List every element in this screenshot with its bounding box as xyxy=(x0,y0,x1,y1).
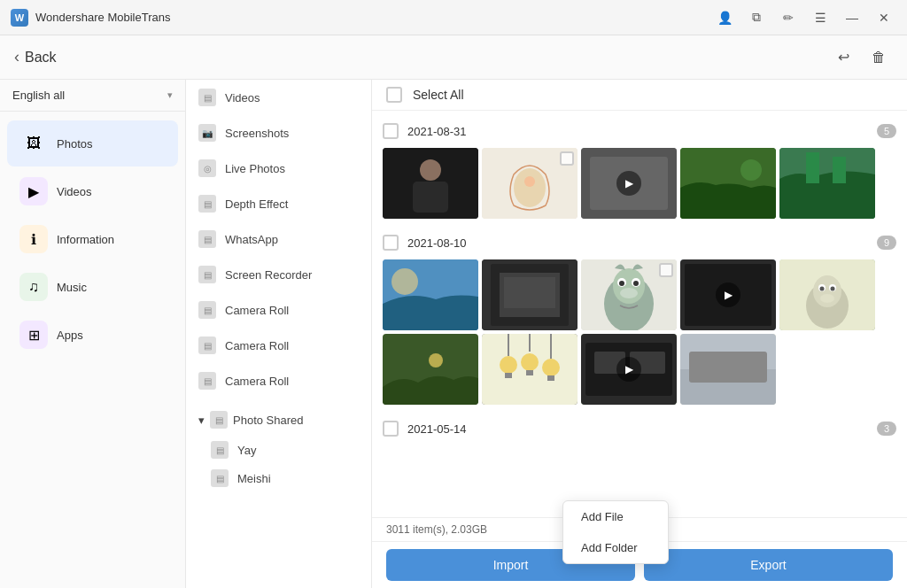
camera-roll-1-thumb-icon: ▤ xyxy=(198,301,216,319)
photo-shared-header[interactable]: ▾ ▤ Photo Shared xyxy=(186,404,371,436)
photo-thumb[interactable] xyxy=(482,148,578,219)
svg-point-5 xyxy=(524,176,535,187)
yay-label: Yay xyxy=(237,444,256,457)
photo-p11-img xyxy=(383,334,478,405)
status-text: 3011 item(s), 2.03GB xyxy=(386,523,487,536)
photo-thumb[interactable] xyxy=(482,334,578,405)
photo-thumb[interactable]: ▶ xyxy=(680,259,776,330)
photo-p6-img xyxy=(383,259,478,330)
back-button[interactable]: ‹ Back xyxy=(14,48,57,66)
photo-grid-2: ▶ xyxy=(383,259,896,405)
delete-button[interactable]: 🗑 xyxy=(864,43,893,72)
app-title: Wondershare MobileTrans xyxy=(35,11,712,24)
whatsapp-thumb-icon: ▤ xyxy=(198,230,216,248)
context-menu-add-file[interactable]: Add File xyxy=(563,501,668,532)
middle-depth-effect-label: Depth Effect xyxy=(225,197,288,211)
photo-thumb[interactable] xyxy=(383,259,478,330)
photo-thumb[interactable] xyxy=(680,148,776,219)
photo-thumb[interactable] xyxy=(581,259,677,330)
date-header-3: 2021-05-14 3 xyxy=(383,415,896,442)
photo-thumb[interactable] xyxy=(779,259,875,330)
sidebar-item-apps[interactable]: ⊞ Apps xyxy=(7,312,178,358)
photo-p1-img xyxy=(383,148,478,219)
select-all-label: Select All xyxy=(413,88,464,102)
date-checkbox-3[interactable] xyxy=(383,421,399,437)
date-checkbox-2[interactable] xyxy=(383,235,399,251)
photo-shared-thumb-icon: ▤ xyxy=(210,411,228,429)
play-icon-3: ▶ xyxy=(616,357,641,382)
photo-checkbox-p8[interactable] xyxy=(659,263,673,277)
photo-thumb[interactable] xyxy=(482,259,578,330)
profile-button[interactable]: 👤 xyxy=(712,5,737,30)
middle-camera-roll-1-label: Camera Roll xyxy=(225,304,289,317)
sidebar-item-photos[interactable]: 🖼 Photos xyxy=(7,120,178,166)
titlebar: W Wondershare MobileTrans 👤 ⧉ ✏ ☰ — ✕ xyxy=(0,0,907,35)
svg-rect-49 xyxy=(505,373,512,378)
play-icon-2: ▶ xyxy=(716,282,740,307)
photo-p7-img xyxy=(482,259,578,330)
middle-item-depth-effect[interactable]: ▤ Depth Effect xyxy=(186,186,371,221)
menu-button[interactable]: ☰ xyxy=(808,5,833,30)
middle-item-videos[interactable]: ▤ Videos xyxy=(186,80,371,115)
photo-p10-img xyxy=(779,259,875,330)
middle-item-screen-recorder[interactable]: ▤ Screen Recorder xyxy=(186,257,371,292)
screen-recorder-thumb-icon: ▤ xyxy=(198,266,216,283)
close-button[interactable]: ✕ xyxy=(872,5,896,30)
apps-icon: ⊞ xyxy=(19,321,48,349)
photo-list: 2021-08-31 5 xyxy=(372,111,907,517)
app-icon-text: W xyxy=(15,12,24,23)
svg-rect-58 xyxy=(689,352,767,383)
sidebar-item-information[interactable]: ℹ Information xyxy=(7,216,178,262)
photo-thumb[interactable]: ▶ xyxy=(581,334,677,405)
svg-point-38 xyxy=(831,287,835,291)
edit-button[interactable]: ✏ xyxy=(776,5,801,30)
photo-thumb[interactable]: ▶ xyxy=(581,148,677,219)
svg-point-28 xyxy=(633,281,639,286)
videos-icon: ▶ xyxy=(19,177,48,205)
middle-item-camera-roll-3[interactable]: ▤ Camera Roll xyxy=(186,363,371,398)
svg-point-29 xyxy=(620,288,638,298)
photo-shared-arrow-icon: ▾ xyxy=(198,414,205,427)
svg-point-27 xyxy=(619,281,624,286)
svg-point-39 xyxy=(820,294,834,303)
context-menu: Add File Add Folder xyxy=(562,500,669,564)
svg-rect-2 xyxy=(413,182,448,213)
language-label: English all xyxy=(12,89,65,102)
language-dropdown[interactable]: English all ▾ xyxy=(0,80,185,112)
date-section-1: 2021-08-31 5 xyxy=(383,118,896,219)
undo-button[interactable]: ↩ xyxy=(829,43,857,72)
select-all-checkbox[interactable] xyxy=(386,87,402,103)
sub-header-actions: ↩ 🗑 xyxy=(829,43,893,72)
photos-icon: 🖼 xyxy=(19,129,48,158)
windows-button[interactable]: ⧉ xyxy=(744,5,769,30)
photo-thumb[interactable] xyxy=(383,334,478,405)
middle-screen-recorder-label: Screen Recorder xyxy=(225,268,312,282)
context-menu-add-folder[interactable]: Add Folder xyxy=(563,532,668,563)
photo-p4-img xyxy=(680,148,776,219)
middle-item-live-photos[interactable]: ◎ Live Photos xyxy=(186,151,371,186)
date-label-3: 2021-05-14 xyxy=(407,422,868,436)
minimize-button[interactable]: — xyxy=(840,5,864,30)
photo-checkbox[interactable] xyxy=(560,151,574,166)
date-checkbox-1[interactable] xyxy=(383,123,399,139)
sidebar-item-videos[interactable]: ▶ Videos xyxy=(7,168,178,214)
export-button[interactable]: Export xyxy=(644,549,893,581)
photo-thumb[interactable] xyxy=(680,334,776,405)
music-icon: ♫ xyxy=(19,273,48,301)
svg-point-1 xyxy=(420,159,441,181)
middle-item-screenshots[interactable]: 📷 Screenshots xyxy=(186,115,371,151)
middle-item-yay[interactable]: ▤ Yay xyxy=(186,436,371,464)
middle-item-camera-roll-2[interactable]: ▤ Camera Roll xyxy=(186,328,371,363)
content-area: English all ▾ 🖼 Photos ▶ Videos ℹ Inform… xyxy=(0,80,907,588)
photo-p12-img xyxy=(482,334,578,405)
middle-item-meishi[interactable]: ▤ Meishi xyxy=(186,464,371,492)
middle-item-whatsapp[interactable]: ▤ WhatsApp xyxy=(186,221,371,257)
middle-item-camera-roll-1[interactable]: ▤ Camera Roll xyxy=(186,292,371,328)
svg-rect-50 xyxy=(526,370,533,375)
sidebar-item-music[interactable]: ♫ Music xyxy=(7,264,178,310)
svg-point-37 xyxy=(820,287,825,291)
photo-thumb[interactable] xyxy=(779,148,875,219)
svg-rect-14 xyxy=(833,157,846,183)
photo-thumb[interactable] xyxy=(383,148,478,219)
date-count-1: 5 xyxy=(877,124,896,138)
